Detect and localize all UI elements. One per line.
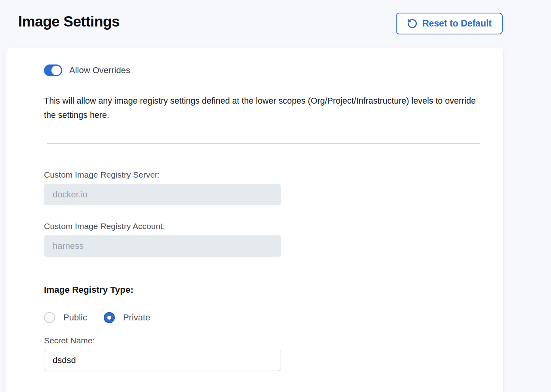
allow-overrides-toggle[interactable] — [44, 64, 62, 76]
registry-account-label: Custom Image Registry Account: — [44, 222, 480, 231]
secret-name-field: Secret Name: — [44, 336, 480, 371]
secret-name-label: Secret Name: — [44, 336, 480, 345]
radio-public-label: Public — [63, 312, 87, 323]
radio-checked-icon — [104, 312, 115, 323]
image-settings-card: Allow Overrides This will allow any imag… — [6, 48, 503, 392]
allow-overrides-label: Allow Overrides — [69, 65, 130, 76]
radio-option-public[interactable]: Public — [44, 312, 87, 323]
section-divider — [47, 143, 480, 144]
registry-account-input — [44, 235, 281, 257]
toggle-knob-icon — [51, 66, 61, 75]
radio-unchecked-icon — [44, 312, 55, 323]
page-title: Image Settings — [18, 13, 120, 30]
registry-account-field: Custom Image Registry Account: — [44, 222, 480, 257]
secret-name-input[interactable] — [44, 350, 281, 371]
allow-overrides-row: Allow Overrides — [44, 64, 480, 76]
registry-type-radio-group: Public Private — [44, 312, 480, 323]
page-header: Image Settings Reset to Default — [0, 0, 551, 48]
registry-type-section: Image Registry Type: Public Private — [44, 285, 480, 323]
radio-private-label: Private — [123, 312, 150, 323]
registry-server-field: Custom Image Registry Server: — [44, 170, 480, 205]
reset-to-default-label: Reset to Default — [422, 18, 492, 29]
registry-type-label: Image Registry Type: — [44, 285, 133, 295]
reset-to-default-button[interactable]: Reset to Default — [396, 13, 503, 34]
radio-option-private[interactable]: Private — [104, 312, 150, 323]
rotate-ccw-icon — [407, 18, 418, 29]
registry-server-input — [44, 184, 281, 205]
registry-server-label: Custom Image Registry Server: — [44, 170, 480, 180]
overrides-description: This will allow any image registry setti… — [44, 94, 480, 122]
